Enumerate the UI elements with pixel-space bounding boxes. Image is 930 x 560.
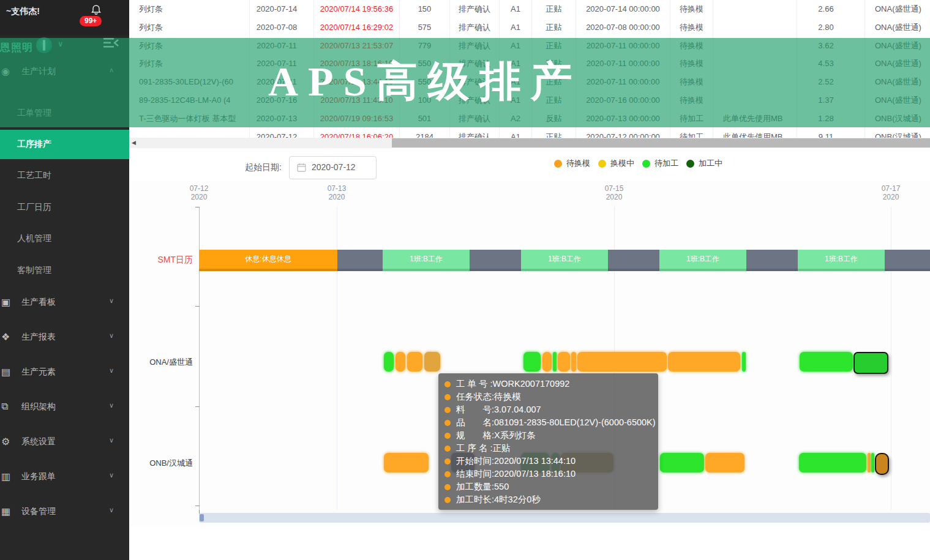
table-cell: 091-2835-30LED(12V)-(60	[129, 73, 250, 91]
gantt-task-bar[interactable]	[384, 352, 394, 371]
chevron-down-icon[interactable]: ∨	[58, 39, 64, 48]
table-cell: 列灯条	[129, 37, 250, 55]
sidebar-item-label: 生产元素	[21, 367, 56, 378]
sidebar-item-2[interactable]: ▣生产看板∨	[0, 289, 129, 315]
tooltip-text: 规 格:X系列灯条	[456, 430, 536, 441]
axis-date-label: 07-122020	[178, 184, 220, 201]
table-cell: 排产确认	[450, 0, 500, 18]
table-cell: 550	[400, 54, 450, 73]
table-cell: 2020-07-11	[240, 54, 314, 73]
axis-tick	[195, 406, 200, 407]
gantt-task-bar[interactable]	[577, 352, 667, 371]
table-row[interactable]: 091-2835-30LED(12V)-(602020-07-112020/07…	[129, 73, 930, 92]
gantt-task-bar[interactable]	[523, 352, 541, 371]
gantt-task-bar[interactable]	[799, 453, 866, 472]
tooltip-line: 料 号:3.07.04.007	[444, 403, 658, 416]
bullet-dot-icon	[444, 433, 451, 439]
table-cell: 2020/07/14 19:56:36	[314, 0, 400, 18]
table-cell: 排产确认	[450, 37, 500, 55]
table-cell: 正贴	[532, 54, 576, 73]
gantt-task-bar[interactable]	[800, 352, 853, 371]
gantt-task-bar[interactable]	[742, 352, 746, 371]
table-cell: A2	[500, 110, 532, 128]
table-row[interactable]: 89-2835-12C4B-LM-A0 (42020-07-162020/07/…	[129, 91, 930, 110]
gantt-task-bar[interactable]	[660, 453, 704, 472]
sidebar-subitem-工序排产[interactable]: 工序排产	[0, 130, 129, 159]
sidebar-item-3[interactable]: ❖生产报表∨	[0, 324, 129, 350]
table-scrollbar-thumb[interactable]	[392, 138, 930, 147]
sidebar-subitem-label: 工序排产	[17, 139, 51, 150]
tooltip-text: 加工时长:4时32分0秒	[456, 494, 541, 506]
calendar-block[interactable]: 1班:B工作	[383, 250, 470, 271]
table-horizontal-scrollbar[interactable]: ◀	[129, 138, 930, 148]
gantt-task-bar[interactable]	[875, 453, 889, 475]
calendar-block[interactable]: 1班:B工作	[798, 250, 885, 271]
gantt-task-bar[interactable]	[407, 352, 422, 371]
table-cell: ONA(盛世通)	[865, 0, 930, 18]
calendar-block[interactable]	[746, 250, 798, 271]
dashboard-icon: ▣	[1, 296, 12, 308]
org-structure-icon: ⧉	[1, 401, 12, 412]
sidebar-item-label: 设备管理	[21, 506, 56, 517]
status-legend: 待换模换模中待加工加工中	[554, 157, 722, 170]
table-cell: 反贴	[532, 110, 576, 128]
table-cell: 正贴	[532, 0, 576, 18]
table-cell: ONB(汉城通)	[865, 110, 930, 128]
tooltip-line: 加工数量:550	[444, 480, 658, 493]
gantt-task-bar[interactable]	[553, 352, 557, 371]
bullet-dot-icon	[444, 420, 451, 426]
bullet-dot-icon	[444, 446, 451, 452]
calendar-block[interactable]	[470, 250, 521, 271]
calendar-block[interactable]	[337, 250, 383, 271]
calendar-block[interactable]: 1班:B工作	[521, 250, 608, 271]
sidebar-item-4[interactable]: ▤生产元素∨	[0, 359, 129, 385]
table-cell: ONA(盛世通)	[865, 91, 930, 110]
sidebar-subitem-工单管理[interactable]: 工单管理	[0, 99, 129, 128]
gantt-task-bar[interactable]	[871, 453, 874, 472]
sidebar-subitem-人机管理[interactable]: 人机管理	[0, 224, 129, 253]
gantt-task-bar[interactable]	[853, 352, 888, 374]
table-row[interactable]: 列灯条2020-07-082020/07/14 16:29:02575排产确认A…	[129, 18, 930, 37]
sidebar-item-8[interactable]: ▦设备管理∨	[0, 499, 129, 525]
scroll-left-arrow-icon[interactable]: ◀	[132, 140, 136, 146]
work-order-table: 列灯条2020-07-142020/07/14 19:56:36150排产确认A…	[129, 0, 930, 148]
gantt-task-bar[interactable]	[868, 453, 871, 472]
gantt-task-bar[interactable]	[384, 453, 429, 472]
gantt-scrollbar-thumb[interactable]	[200, 514, 204, 521]
table-cell	[713, 73, 797, 91]
calendar-block[interactable]	[608, 250, 659, 271]
gantt-task-bar[interactable]	[396, 352, 405, 371]
sidebar-item-5[interactable]: ⧉组织架构∨	[0, 394, 129, 420]
calendar-block[interactable]: 1班:B工作	[659, 250, 746, 271]
tooltip-text: 工 单 号 :WORK2007170992	[456, 378, 569, 390]
gantt-task-bar[interactable]	[424, 352, 440, 371]
sidebar-subitem-客制管理[interactable]: 客制管理	[0, 256, 129, 285]
menu-fold-icon[interactable]	[103, 37, 119, 51]
axis-date-label: 07-132020	[315, 184, 358, 201]
sidebar-item-1[interactable]: ◉生产计划∧	[0, 59, 129, 84]
table-row[interactable]: 列灯条2020-07-112020/07/13 21:53:07779排产确认A…	[129, 37, 930, 56]
table-row[interactable]: T-三色驱动一体灯板 基本型2020-07-132020/07/19 09:16…	[129, 110, 930, 129]
table-cell: 此单优先使用MB	[713, 110, 797, 128]
avatar[interactable]	[36, 37, 52, 53]
sidebar-subitem-工艺工时[interactable]: 工艺工时	[0, 161, 129, 190]
gantt-task-bar[interactable]	[668, 352, 740, 371]
sidebar-item-7[interactable]: ▥业务跟单∨	[0, 464, 129, 490]
start-date-input[interactable]: 2020-07-12	[289, 156, 377, 179]
table-cell: 2020-07-16	[240, 91, 314, 110]
table-row[interactable]: 列灯条2020-07-112020/07/13 18:16:10550排产确认A…	[129, 54, 930, 73]
calendar-block[interactable]: 休息:休息休息	[199, 250, 337, 271]
sidebar-item-6[interactable]: ⚙系统设置∨	[0, 429, 129, 455]
sidebar-subitem-工厂日历[interactable]: 工厂日历	[0, 193, 129, 222]
gantt-task-bar[interactable]	[705, 453, 744, 472]
production-plan-icon: ◉	[1, 65, 12, 77]
gantt-horizontal-scrollbar[interactable]	[199, 513, 930, 523]
gantt-task-bar[interactable]	[542, 352, 552, 371]
table-cell: 575	[400, 18, 450, 37]
notification-badge[interactable]: 99+	[80, 16, 102, 26]
table-row[interactable]: 列灯条2020-07-142020/07/14 19:56:36150排产确认A…	[129, 0, 930, 19]
table-cell: 2020-07-11 00:00:00	[576, 73, 670, 91]
calendar-block[interactable]	[885, 250, 930, 271]
gantt-task-bar[interactable]	[571, 352, 576, 371]
gantt-task-bar[interactable]	[558, 352, 570, 371]
